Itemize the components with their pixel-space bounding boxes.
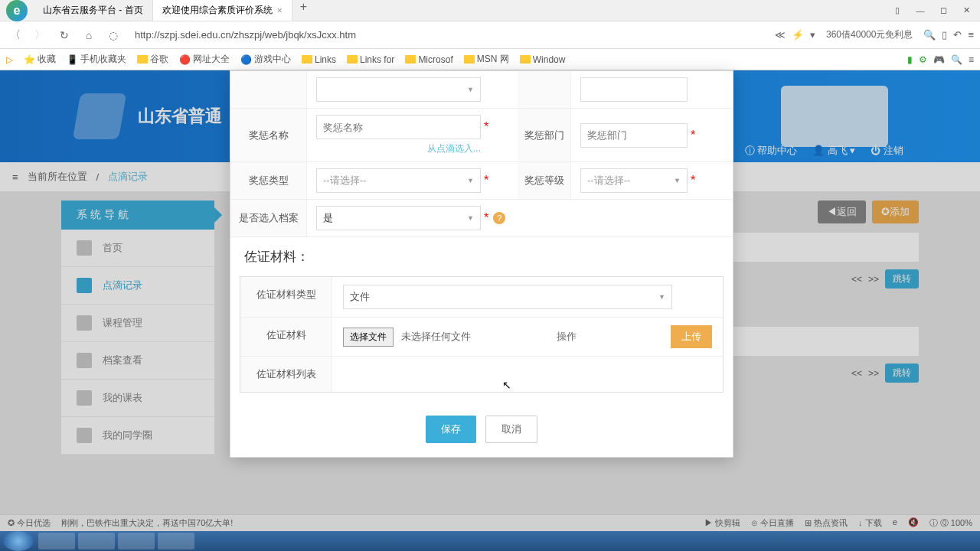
task-app-m[interactable] [118,533,155,549]
label-award-name: 奖惩名称 [230,109,307,161]
tab-1[interactable]: 山东省云服务平台 - 首页 [34,0,153,21]
minimize-button[interactable]: — [910,3,931,18]
bm-ms-label: Microsof [418,54,452,65]
cancel-button[interactable]: 取消 [485,416,537,443]
url-input[interactable]: http://szpj.sdei.edu.cn/zhszpj/web/jbqk/… [129,29,769,41]
bm-microsoft[interactable]: Microsof [405,54,452,65]
help-icon[interactable]: ? [493,212,505,224]
bm-window[interactable]: Window [520,54,566,65]
required-marker: * [691,174,695,187]
label-partial [230,71,307,108]
promo-text[interactable]: 360借40000元免利息 [826,28,913,41]
folder-icon [405,55,416,64]
bm-mobile[interactable]: 📱手机收藏夹 [67,53,126,66]
task-ie[interactable] [38,533,75,549]
cursor-icon: ↖ [502,379,511,391]
award-level-select[interactable]: --请选择-- [580,168,688,193]
close-button[interactable]: ✕ [956,3,977,18]
bm-game[interactable]: 🔵游戏中心 [240,53,291,66]
no-file-text: 未选择任何文件 [401,330,471,344]
close-icon[interactable]: × [277,5,283,16]
menu-icon[interactable]: ≡ [968,29,974,41]
back-button[interactable]: 〈 [6,26,24,44]
ext-icon-1[interactable]: ▮ [907,54,913,65]
home-button[interactable]: ⌂ [80,26,98,44]
bm-links-label: Links [315,54,336,65]
award-dept-input[interactable] [580,123,688,148]
search-icon[interactable]: 🔍 [923,29,936,41]
browser-logo: e [6,0,28,21]
bm-fav-label: 收藏 [38,53,56,66]
bm-game-label: 游戏中心 [254,53,291,66]
reader-icon[interactable]: ▯ [942,29,947,41]
label-material: 佐证材料 [240,318,332,356]
forward-button: 〉 [31,26,49,44]
upload-button[interactable]: 上传 [671,325,712,348]
op-label: 操作 [557,330,577,344]
bm-google[interactable]: 谷歌 [137,53,168,66]
label-award-level: 奖惩等级 [518,162,571,199]
label-material-type: 佐证材料类型 [240,277,332,317]
ext-icon-3[interactable]: 🎮 [933,54,945,65]
award-name-input[interactable] [316,115,481,139]
bm-window-label: Window [533,54,566,65]
label-archive: 是否选入档案 [230,200,307,236]
undo-icon[interactable]: ↶ [953,29,962,41]
bm-linksfor-label: Links for [360,54,394,65]
material-section-title: 佐证材料： [230,237,733,276]
required-marker: * [691,129,695,142]
import-link[interactable]: 从点滴选入... [316,142,481,155]
required-marker: * [484,174,488,187]
label-award-dept: 奖惩部门 [518,109,571,161]
ext-menu-icon[interactable]: ≡ [969,54,974,65]
material-type-select[interactable]: 文件 [343,285,672,309]
required-marker: * [484,120,488,134]
chevron-down-icon[interactable]: ▾ [810,29,815,41]
play-icon[interactable]: ▷ [6,54,13,65]
start-button[interactable] [3,531,34,551]
flash-icon[interactable]: ⚡ [792,29,804,41]
task-excel[interactable] [158,533,194,549]
bm-all[interactable]: 🔴网址大全 [179,53,230,66]
modal-dialog: 奖惩名称 * 从点滴选入... 奖惩部门 * 奖惩类型 --请选择--* 奖惩等… [230,70,733,458]
required-marker: * [484,211,488,225]
choose-file-button[interactable]: 选择文件 [343,328,394,347]
label-award-type: 奖惩类型 [230,162,307,199]
bm-msn[interactable]: MSN 网 [464,53,509,66]
label-material-list: 佐证材料列表 [240,357,332,392]
ext-search-icon[interactable]: 🔍 [951,54,962,65]
task-explorer[interactable] [78,533,115,549]
bm-all-label: 网址大全 [193,53,230,66]
bm-msn-label: MSN 网 [477,53,509,66]
label-partial-2 [518,71,571,108]
bm-linksfor[interactable]: Links for [347,54,394,65]
folder-icon [520,55,531,64]
share-icon[interactable]: ≪ [775,29,786,41]
bm-favorites[interactable]: ⭐收藏 [24,53,56,66]
archive-select[interactable]: 是 [316,206,481,230]
partial-input[interactable] [580,77,688,102]
sidebar-toggle-icon[interactable]: ▯ [887,3,908,18]
bm-google-label: 谷歌 [150,53,168,66]
reload-button[interactable]: ↻ [55,26,74,44]
bm-links[interactable]: Links [302,54,336,65]
lock-icon: ◌ [104,26,122,44]
bm-mobile-label: 手机收藏夹 [80,53,126,66]
folder-icon [464,55,475,64]
tab-1-title: 山东省云服务平台 - 首页 [43,4,143,17]
folder-icon [137,55,148,64]
folder-icon [347,55,358,64]
save-button[interactable]: 保存 [426,416,476,443]
ext-icon-2[interactable]: ⚙ [919,54,927,65]
folder-icon [302,55,312,64]
tab-2[interactable]: 欢迎使用综合素质评价系统 × [153,0,292,21]
new-tab-button[interactable]: + [292,0,315,21]
award-type-select[interactable]: --请选择-- [316,168,481,193]
partial-select[interactable] [316,77,481,102]
maximize-button[interactable]: ◻ [933,3,954,18]
tab-2-title: 欢迎使用综合素质评价系统 [162,4,273,17]
